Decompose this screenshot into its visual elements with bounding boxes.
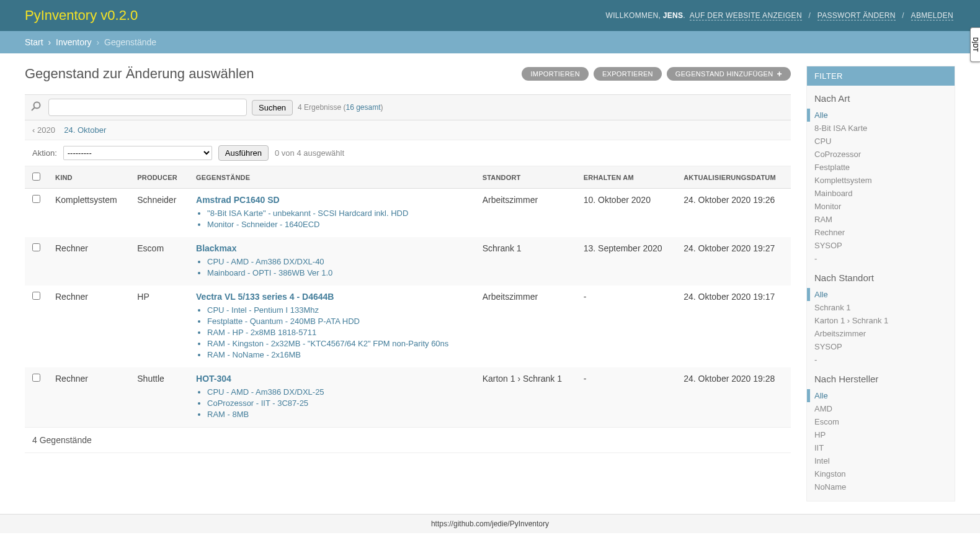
footer: https://github.com/jedie/PyInventory — [0, 514, 980, 533]
col-items[interactable]: GEGENSTÄNDE — [189, 166, 475, 189]
cell-updated: 24. Oktober 2020 19:26 — [676, 189, 791, 238]
filter-link[interactable]: Schrank 1 — [814, 303, 851, 312]
filter-link[interactable]: Komplettsystem — [814, 176, 871, 185]
filter-item: Komplettsystem — [807, 174, 955, 187]
search-button[interactable]: Suchen — [252, 100, 293, 115]
export-button[interactable]: EXPORTIEREN — [594, 67, 662, 81]
filter-link[interactable]: SYSOP — [814, 342, 842, 351]
filter-link[interactable]: Mainboard — [814, 189, 852, 198]
filter-link[interactable]: CoProzessor — [814, 150, 861, 159]
row-checkbox[interactable] — [32, 374, 40, 382]
action-go-button[interactable]: Ausführen — [218, 145, 269, 161]
filter-item: SYSOP — [807, 340, 955, 353]
username: JENS — [663, 11, 684, 20]
select-all-checkbox[interactable] — [32, 173, 40, 181]
part-link[interactable]: Mainboard - OPTI - 386WB Ver 1.0 — [207, 268, 332, 277]
filter-link[interactable]: 8-Bit ISA Karte — [814, 124, 867, 133]
filter-item: CoProzessor — [807, 148, 955, 161]
col-producer[interactable]: PRODUCER — [130, 166, 189, 189]
cell-received: - — [576, 285, 676, 367]
list-item: RAM - Kingston - 2x32MB - "KTC4567/64 K2… — [207, 339, 468, 348]
item-link[interactable]: HOT-304 — [196, 374, 231, 384]
filter-link[interactable]: Rechner — [814, 228, 845, 237]
import-button[interactable]: IMPORTIEREN — [522, 67, 589, 81]
results-table: KIND PRODUCER GEGENSTÄNDE STANDORT ERHAL… — [25, 166, 791, 427]
filter-item: Monitor — [807, 200, 955, 213]
cell-items: Vectra VL 5/133 series 4 - D4644BCPU - I… — [189, 285, 475, 367]
cell-received: 13. September 2020 — [576, 237, 676, 285]
search-icon — [31, 101, 41, 114]
show-all-link[interactable]: 16 gesamt — [345, 103, 380, 112]
part-link[interactable]: CoProzessor - IIT - 3C87-25 — [207, 398, 308, 408]
col-received[interactable]: ERHALTEN AM — [576, 166, 676, 189]
filter-link[interactable]: SYSOP — [814, 241, 842, 250]
table-row: RechnerShuttleHOT-304CPU - AMD - Am386 D… — [25, 367, 791, 427]
part-link[interactable]: RAM - Kingston - 2x32MB - "KTC4567/64 K2… — [207, 339, 448, 348]
cell-location: Arbeitszimmer — [475, 189, 576, 238]
filter-link[interactable]: Kingston — [814, 469, 846, 479]
col-location[interactable]: STANDORT — [475, 166, 576, 189]
filter-link[interactable]: CPU — [814, 137, 831, 146]
filter-link[interactable]: Arbeitszimmer — [814, 329, 866, 338]
filter-group-title: Nach Hersteller — [807, 366, 955, 389]
cell-producer: Shuttle — [130, 367, 189, 427]
filter-link[interactable]: AMD — [814, 404, 832, 413]
part-link[interactable]: "8-Bit ISA Karte" - unbekannt - SCSI Har… — [207, 209, 408, 218]
search-input[interactable] — [48, 99, 247, 116]
item-link[interactable]: Vectra VL 5/133 series 4 - D4644B — [196, 292, 334, 302]
part-link[interactable]: RAM - 8MB — [207, 410, 249, 419]
cell-kind: Rechner — [48, 367, 130, 427]
cell-producer: HP — [130, 285, 189, 367]
filter-item: CPU — [807, 135, 955, 148]
filter-link[interactable]: Karton 1 › Schrank 1 — [814, 316, 888, 325]
filter-item: Alle — [807, 288, 955, 301]
change-password-link[interactable]: PASSWORT ÄNDERN — [817, 11, 896, 20]
logout-link[interactable]: ABMELDEN — [911, 11, 953, 20]
add-item-button[interactable]: GEGENSTAND HINZUFÜGEN + — [667, 67, 791, 81]
filter-link[interactable]: IIT — [814, 443, 824, 452]
filter-link[interactable]: Monitor — [814, 202, 841, 211]
row-checkbox[interactable] — [32, 195, 40, 203]
part-link[interactable]: Monitor - Schneider - 1640ECD — [207, 220, 319, 229]
date-current-link[interactable]: 24. Oktober — [64, 125, 106, 135]
view-site-link[interactable]: AUF DER WEBSITE ANZEIGEN — [690, 11, 802, 20]
filter-link[interactable]: Alle — [814, 391, 828, 400]
item-link[interactable]: Blackmax — [196, 243, 236, 253]
filter-link[interactable]: Escom — [814, 417, 839, 426]
list-item: Mainboard - OPTI - 386WB Ver 1.0 — [207, 268, 468, 277]
filter-link[interactable]: - — [814, 254, 817, 263]
filter-item: Karton 1 › Schrank 1 — [807, 314, 955, 327]
django-debug-toolbar-handle[interactable]: DjDT — [970, 27, 980, 62]
item-link[interactable]: Amstrad PC1640 SD — [196, 195, 280, 205]
filter-item: Escom — [807, 415, 955, 428]
filter-link[interactable]: HP — [814, 430, 826, 439]
filter-item: Intel — [807, 454, 955, 467]
filter-link[interactable]: RAM — [814, 215, 832, 224]
row-checkbox[interactable] — [32, 292, 40, 300]
filter-item: - — [807, 252, 955, 265]
filter-link[interactable]: Festplatte — [814, 163, 850, 172]
part-link[interactable]: RAM - HP - 2x8MB 1818-5711 — [207, 328, 316, 337]
list-item: RAM - NoName - 2x16MB — [207, 350, 468, 359]
breadcrumb-start[interactable]: Start — [25, 37, 43, 47]
part-link[interactable]: RAM - NoName - 2x16MB — [207, 350, 301, 359]
breadcrumb-app[interactable]: Inventory — [56, 37, 92, 47]
site-branding[interactable]: PyInventory v0.2.0 — [25, 7, 138, 24]
col-kind[interactable]: KIND — [48, 166, 130, 189]
filter-link[interactable]: Intel — [814, 456, 830, 465]
filter-link[interactable]: Alle — [814, 290, 828, 299]
filter-link[interactable]: NoName — [814, 482, 846, 492]
row-checkbox[interactable] — [32, 243, 40, 251]
filter-title: FILTER — [807, 66, 955, 86]
col-updated[interactable]: AKTUALISIERUNGSDATUM — [676, 166, 791, 189]
list-item: CPU - AMD - Am386 DX/DXL-25 — [207, 387, 468, 397]
cell-location: Arbeitszimmer — [475, 285, 576, 367]
part-link[interactable]: CPU - AMD - Am386 DX/DXL-25 — [207, 387, 324, 397]
date-back-link[interactable]: ‹ 2020 — [32, 125, 55, 135]
filter-link[interactable]: Alle — [814, 110, 828, 120]
filter-link[interactable]: - — [814, 355, 817, 364]
part-link[interactable]: CPU - Intel - Pentium I 133Mhz — [207, 305, 319, 315]
part-link[interactable]: CPU - AMD - Am386 DX/DXL-40 — [207, 257, 324, 266]
action-select[interactable]: --------- — [63, 146, 212, 160]
part-link[interactable]: Festplatte - Quantum - 240MB P-ATA HDD — [207, 317, 360, 326]
